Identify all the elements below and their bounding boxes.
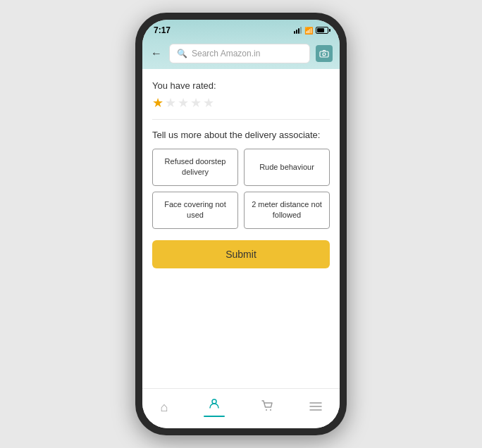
nav-home[interactable]: ⌂ xyxy=(152,397,176,418)
feedback-title: Tell us more about the delivery associat… xyxy=(152,130,330,140)
account-icon xyxy=(208,397,221,413)
status-time: 7:17 xyxy=(154,25,171,35)
option-face-covering[interactable]: Face covering not used xyxy=(152,192,238,229)
home-icon: ⌂ xyxy=(160,400,168,415)
phone-screen: 7:17 📶 ← 🔍 Search Amazon.in xyxy=(142,20,340,428)
search-bar-container: ← 🔍 Search Amazon.in xyxy=(142,39,340,69)
star-3[interactable]: ★ xyxy=(178,95,189,111)
option-refused-doorstep[interactable]: Refused doorstep delivery xyxy=(152,149,238,186)
nav-cart[interactable] xyxy=(252,397,282,418)
svg-point-1 xyxy=(323,53,326,56)
menu-icon xyxy=(309,400,322,415)
submit-button[interactable]: Submit xyxy=(152,240,330,268)
rating-section: You have rated: ★ ★ ★ ★ ★ xyxy=(152,80,330,120)
phone-frame: 7:17 📶 ← 🔍 Search Amazon.in xyxy=(135,13,347,435)
feedback-options-grid: Refused doorstep delivery Rude behaviour… xyxy=(152,149,330,229)
camera-icon[interactable] xyxy=(316,45,333,62)
star-5[interactable]: ★ xyxy=(203,95,214,111)
battery-icon xyxy=(316,27,328,34)
star-4[interactable]: ★ xyxy=(190,95,202,111)
main-content: You have rated: ★ ★ ★ ★ ★ Tell us more a… xyxy=(142,69,340,388)
status-icons: 📶 xyxy=(294,27,328,35)
star-2[interactable]: ★ xyxy=(165,95,176,111)
option-2meter-distance[interactable]: 2 meter distance not followed xyxy=(244,192,330,229)
search-icon: 🔍 xyxy=(177,49,187,58)
svg-point-4 xyxy=(270,409,271,411)
rating-label: You have rated: xyxy=(152,80,330,91)
status-bar: 7:17 📶 xyxy=(142,20,340,39)
svg-point-3 xyxy=(266,409,267,411)
bottom-nav: ⌂ xyxy=(142,388,340,428)
back-button[interactable]: ← xyxy=(149,46,163,61)
wifi-icon: 📶 xyxy=(304,27,313,35)
search-placeholder: Search Amazon.in xyxy=(192,49,260,58)
nav-account[interactable] xyxy=(195,394,233,420)
nav-menu[interactable] xyxy=(301,397,330,418)
svg-rect-0 xyxy=(320,51,328,57)
svg-point-2 xyxy=(212,399,216,404)
feedback-section: Tell us more about the delivery associat… xyxy=(152,130,330,268)
nav-active-indicator xyxy=(204,416,225,417)
star-rating[interactable]: ★ ★ ★ ★ ★ xyxy=(152,95,330,111)
star-1[interactable]: ★ xyxy=(152,95,163,111)
cart-icon xyxy=(261,399,273,416)
signal-icon xyxy=(294,27,302,34)
option-rude-behaviour[interactable]: Rude behaviour xyxy=(244,149,330,186)
search-box[interactable]: 🔍 Search Amazon.in xyxy=(169,44,310,63)
